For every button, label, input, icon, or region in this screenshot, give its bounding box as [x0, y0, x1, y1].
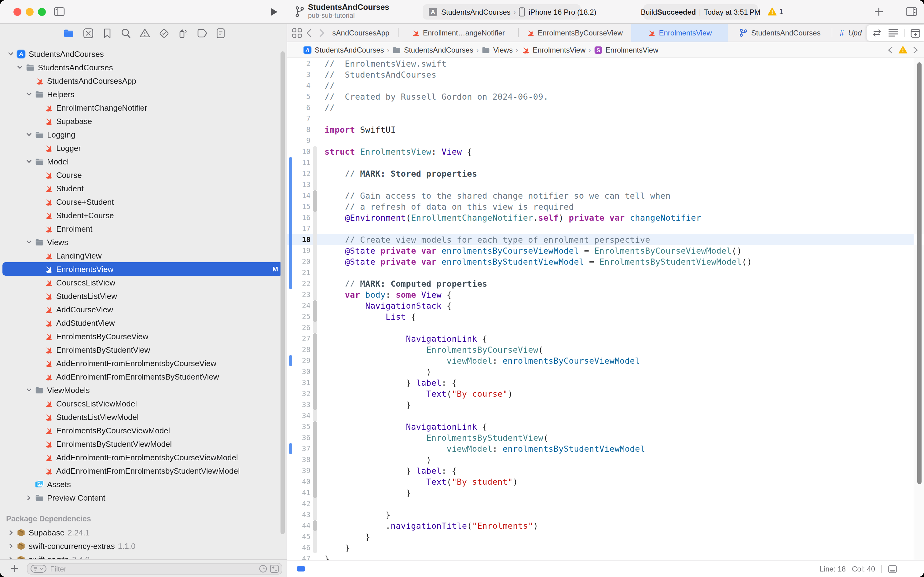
column-indicator[interactable]: Col: 40: [852, 564, 875, 573]
code-fold-ribbon[interactable]: [313, 520, 317, 531]
tree-item-addenrolmentfromenrolmentsbystudentviewmodel[interactable]: AddEnrolmentFromEnrolmentsbyStudentViewM…: [0, 464, 287, 477]
code-line-28[interactable]: 28 EnrolmentsByCourseView(: [287, 344, 924, 355]
add-editor-icon[interactable]: [911, 28, 920, 38]
code-fold-ribbon[interactable]: [313, 245, 317, 256]
code-line-35[interactable]: 35 NavigationLink {: [287, 421, 924, 432]
code-line-15[interactable]: 15 // a refresh of data on this view is …: [287, 201, 924, 212]
code-line-27[interactable]: 27 NavigationLink {: [287, 333, 924, 344]
code-line-8[interactable]: 8import SwiftUI: [287, 124, 924, 135]
warning-count-badge[interactable]: 1: [768, 7, 783, 16]
code-fold-ribbon[interactable]: [313, 344, 317, 355]
navigator-tab-debug-icon[interactable]: [177, 27, 188, 39]
code-line-36[interactable]: 36 EnrolmentsByStudentView(: [287, 432, 924, 443]
code-line-7[interactable]: 7: [287, 113, 924, 124]
tree-item-model[interactable]: Model: [0, 155, 287, 168]
code-line-34[interactable]: 34: [287, 410, 924, 421]
code-line-22[interactable]: 22 // MARK: Computed properties: [287, 278, 924, 289]
code-fold-ribbon[interactable]: [313, 377, 317, 388]
recent-files-filter-icon[interactable]: [259, 565, 267, 573]
code-line-33[interactable]: 33 }: [287, 399, 924, 410]
activity-status[interactable]: Build Succeeded | Today at 3:51 PM: [644, 4, 758, 19]
code-line-44[interactable]: 44 .navigationTitle("Enrolments"): [287, 520, 924, 531]
tree-item-views[interactable]: Views: [0, 235, 287, 249]
code-review-icon[interactable]: [871, 29, 882, 37]
source-control-filter-icon[interactable]: [270, 565, 278, 573]
tree-item-studentsandcourses[interactable]: AStudentsAndCourses: [0, 47, 287, 61]
code-line-2[interactable]: 2// EnrolmentsView.swift: [287, 58, 924, 69]
tree-item-assets[interactable]: Assets: [0, 477, 287, 491]
disclosure-open-icon[interactable]: [26, 239, 32, 245]
package-item-swift-concurrency-extras[interactable]: swift-concurrency-extras1.1.0: [0, 539, 287, 553]
code-line-5[interactable]: 5// Created by Russell Gordon on 2024-06…: [287, 91, 924, 102]
disclosure-open-icon[interactable]: [16, 64, 23, 70]
code-fold-ribbon[interactable]: [313, 278, 317, 289]
code-fold-ribbon[interactable]: [313, 300, 317, 311]
tree-item-studentslistviewmodel[interactable]: StudentsListViewModel: [0, 410, 287, 424]
navigator-tab-source-control-changes-icon[interactable]: [82, 27, 93, 39]
code-fold-ribbon[interactable]: [313, 388, 317, 399]
tree-item-studentslistview[interactable]: StudentsListView: [0, 289, 287, 303]
tree-item-student-course[interactable]: Student+Course: [0, 208, 287, 222]
code-line-17[interactable]: 17: [287, 223, 924, 234]
editor-tab-enrolmentsbycourseview[interactable]: EnrolmentsByCourseView: [518, 24, 631, 42]
breadcrumb-item-enrolmentsview[interactable]: EnrolmentsView: [521, 45, 586, 54]
next-issue-icon[interactable]: [913, 46, 918, 53]
disclosure-open-icon[interactable]: [26, 387, 32, 393]
tree-item-enrolmentsbystudentviewmodel[interactable]: EnrolmentsByStudentViewModel: [0, 437, 287, 450]
code-line-46[interactable]: 46 }: [287, 542, 924, 553]
breadcrumb-item-views[interactable]: Views: [481, 45, 513, 54]
add-item-button[interactable]: [10, 564, 19, 573]
code-line-12[interactable]: 12 // MARK: Stored properties: [287, 168, 924, 179]
code-fold-ribbon[interactable]: [313, 399, 317, 410]
code-fold-ribbon[interactable]: [313, 498, 317, 509]
code-line-37[interactable]: 37 viewModel: enrolmentsByStudentViewMod…: [287, 443, 924, 454]
code-fold-ribbon[interactable]: [313, 487, 317, 498]
breadcrumb-item-studentsandcourses[interactable]: AStudentsAndCourses: [303, 45, 384, 54]
breakpoint-activation-chip[interactable]: [297, 566, 305, 572]
source-editor[interactable]: 2// EnrolmentsView.swift3// StudentsAndC…: [287, 58, 924, 560]
code-line-16[interactable]: 16 @Environment(EnrollmentChangeNotifier…: [287, 212, 924, 223]
code-line-30[interactable]: 30 ): [287, 366, 924, 377]
minimize-window-button[interactable]: [26, 8, 34, 16]
code-line-29[interactable]: 29 viewModel: enrolmentsByCourseViewMode…: [287, 355, 924, 366]
editor-tab-sandcoursesapp[interactable]: sAndCoursesApp: [324, 24, 398, 42]
tree-item-addenrolmentfromenrolmentsbystudentview[interactable]: AddEnrolmentFromEnrolmentsByStudentView: [0, 370, 287, 383]
code-line-19[interactable]: 19 @State private var enrolmentsByCourse…: [287, 245, 924, 256]
breadcrumb-item-enrolmentsview[interactable]: SEnrolmentsView: [594, 45, 658, 54]
tree-item-helpers[interactable]: Helpers: [0, 87, 287, 101]
disclosure-open-icon[interactable]: [26, 131, 32, 137]
code-fold-ribbon[interactable]: [313, 201, 317, 212]
tree-item-addenrolmentfromenrolmentsbycourseview[interactable]: AddEnrolmentFromEnrolmentsbyCourseView: [0, 356, 287, 370]
breadcrumb-item-studentsandcourses[interactable]: StudentsAndCourses: [392, 45, 473, 54]
code-line-39[interactable]: 39 } label: {: [287, 465, 924, 476]
editor-options-icon[interactable]: [906, 7, 917, 16]
code-fold-ribbon[interactable]: [313, 179, 317, 190]
code-line-25[interactable]: 25 List {: [287, 311, 924, 322]
disclosure-closed-icon[interactable]: [8, 543, 14, 549]
tree-item-course-student[interactable]: Course+Student: [0, 195, 287, 208]
code-fold-ribbon[interactable]: [313, 256, 317, 267]
code-fold-ribbon[interactable]: [313, 421, 317, 432]
add-button[interactable]: [874, 7, 884, 16]
code-fold-ribbon[interactable]: [313, 234, 317, 245]
code-line-31[interactable]: 31 } label: {: [287, 377, 924, 388]
code-line-47[interactable]: 47}: [287, 553, 924, 560]
code-line-43[interactable]: 43 }: [287, 509, 924, 520]
previous-issue-icon[interactable]: [888, 46, 893, 53]
code-line-3[interactable]: 3// StudentsAndCourses: [287, 69, 924, 80]
tree-item-courseslistviewmodel[interactable]: CoursesListViewModel: [0, 397, 287, 410]
filter-options-icon[interactable]: [31, 565, 47, 573]
line-indicator[interactable]: Line: 18: [820, 564, 846, 573]
code-line-24[interactable]: 24 NavigationStack {: [287, 300, 924, 311]
toggle-sidebar-icon[interactable]: [54, 7, 65, 16]
code-line-14[interactable]: 14 // Gain access to the shared change n…: [287, 190, 924, 201]
tree-item-courseslistview[interactable]: CoursesListView: [0, 276, 287, 289]
code-line-38[interactable]: 38 ): [287, 454, 924, 465]
tree-item-studentsandcoursesapp[interactable]: StudentsAndCoursesApp: [0, 74, 287, 87]
navigator-tab-bookmarks-icon[interactable]: [101, 27, 113, 39]
tree-item-enrolmentsbystudentview[interactable]: EnrolmentsByStudentView: [0, 343, 287, 356]
sidebar-scrollbar[interactable]: [280, 52, 285, 534]
code-fold-ribbon[interactable]: [313, 366, 317, 377]
code-line-40[interactable]: 40 Text("By student"): [287, 476, 924, 487]
code-fold-ribbon[interactable]: [313, 157, 317, 168]
